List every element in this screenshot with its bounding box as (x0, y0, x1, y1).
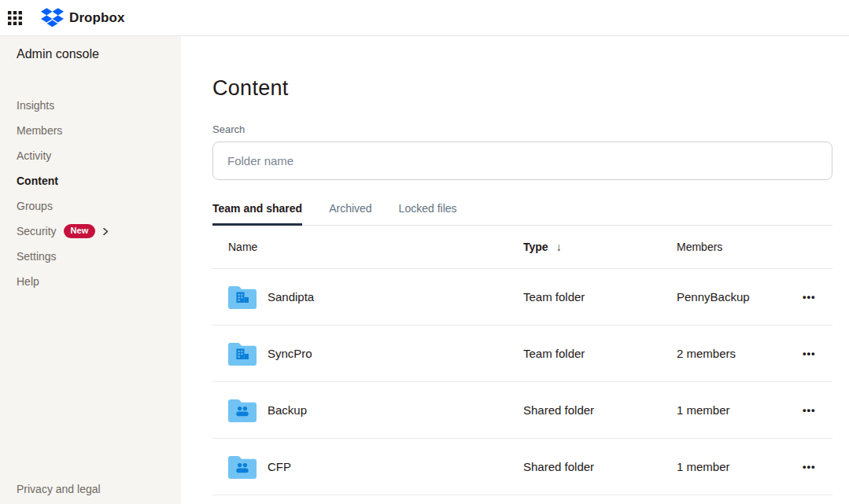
folder-table: Sandipta Team folder PennyBackup ••• (212, 269, 832, 495)
table-row[interactable]: SyncPro Team folder 2 members ••• (212, 326, 832, 382)
row-menu-icon[interactable]: ••• (799, 286, 819, 307)
column-header-members: Members (677, 241, 799, 253)
new-badge: New (64, 224, 96, 238)
folder-type: Shared folder (523, 460, 677, 473)
folder-members: 2 members (677, 347, 799, 360)
table-row[interactable]: Sandipta Team folder PennyBackup ••• (212, 269, 832, 326)
sidebar-title: Admin console (17, 46, 181, 62)
folder-name: CFP (268, 460, 291, 473)
folder-members: PennyBackup (677, 290, 799, 304)
tab-bar: Team and shared Archived Locked files (212, 202, 832, 226)
dropbox-glyph-icon (41, 8, 64, 28)
folder-members: 1 member (677, 403, 799, 417)
apps-grid-glyph (8, 11, 22, 25)
tab-team-and-shared[interactable]: Team and shared (212, 202, 302, 226)
sidebar-item-groups[interactable]: Groups (17, 193, 181, 219)
row-menu-icon[interactable]: ••• (799, 399, 819, 421)
folder-type: Team folder (523, 347, 677, 360)
sidebar-item-activity[interactable]: Activity (17, 143, 181, 168)
table-row[interactable]: CFP Shared folder 1 member ••• (212, 439, 832, 495)
page-title: Content (212, 76, 832, 101)
dropbox-logo[interactable]: Dropbox (41, 8, 125, 28)
sidebar-item-help[interactable]: Help (17, 269, 181, 294)
folder-name: SyncPro (268, 347, 312, 360)
row-menu-icon[interactable]: ••• (799, 456, 819, 477)
brand-name: Dropbox (69, 10, 125, 26)
folder-name: Backup (268, 403, 307, 417)
sidebar-item-members[interactable]: Members (17, 118, 181, 143)
row-menu-icon[interactable]: ••• (799, 343, 819, 364)
shared-folder-icon (228, 398, 257, 422)
folder-name: Sandipta (268, 290, 314, 304)
main-content: Content Search Team and shared Archived … (181, 0, 849, 495)
table-row[interactable]: Backup Shared folder 1 member ••• (212, 382, 832, 439)
sidebar: Admin console Insights Members Activity … (0, 36, 181, 504)
search-input[interactable] (212, 142, 832, 180)
sidebar-item-content[interactable]: Content (17, 168, 181, 193)
sidebar-item-security[interactable]: Security New (17, 219, 181, 244)
apps-grid-icon[interactable] (2, 5, 28, 31)
folder-type: Shared folder (523, 403, 677, 417)
folder-type: Team folder (523, 290, 677, 304)
shared-folder-icon (228, 454, 257, 479)
sidebar-item-settings[interactable]: Settings (17, 244, 181, 269)
search-label: Search (212, 123, 832, 135)
top-bar: Dropbox (0, 0, 849, 36)
team-folder-icon (228, 285, 257, 309)
folder-members: 1 member (677, 460, 799, 473)
sidebar-item-insights[interactable]: Insights (17, 93, 181, 118)
tab-archived[interactable]: Archived (329, 202, 371, 226)
column-header-name: Name (228, 241, 523, 253)
sidebar-nav: Insights Members Activity Content Groups… (17, 93, 181, 294)
chevron-right-icon (102, 228, 109, 235)
tab-locked-files[interactable]: Locked files (399, 202, 457, 226)
privacy-and-legal-link[interactable]: Privacy and legal (17, 483, 101, 495)
column-header-type[interactable]: Type↓ (523, 241, 677, 253)
sort-descending-icon: ↓ (556, 241, 562, 253)
team-folder-icon (228, 341, 257, 366)
table-header: Name Type↓ Members (212, 226, 832, 269)
